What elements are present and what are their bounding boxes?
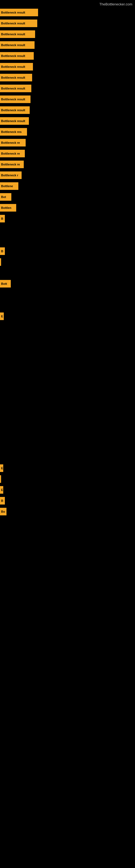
bar-row: Bottleneck result: [0, 18, 135, 29]
bar-label: B: [1, 499, 3, 502]
bottleneck-bar[interactable]: E: [0, 464, 3, 472]
bottleneck-bar[interactable]: Bottleneck result: [0, 74, 32, 82]
bar-row: Bottleneck r: [0, 170, 135, 180]
bar-row: Bot: [0, 192, 135, 202]
bottleneck-bar[interactable]: Bottleneck result: [0, 63, 33, 70]
bar-row: [0, 344, 135, 354]
bar-row: Bottleneck result: [0, 72, 135, 83]
bar-label: Bottlen: [1, 206, 11, 209]
bottleneck-bar[interactable]: Bottleneck r: [0, 172, 21, 179]
bar-label: Bot: [1, 195, 6, 198]
bar-row: [0, 420, 135, 430]
bar-row: Bottleneck result: [0, 105, 135, 115]
bar-row: Bottlene: [0, 181, 135, 191]
bar-label: Bottleneck result: [1, 11, 25, 14]
bar-row: [0, 257, 135, 267]
bar-row: [0, 333, 135, 343]
bottleneck-bar[interactable]: Bottleneck result: [0, 30, 35, 38]
bar-row: [0, 289, 135, 300]
bottleneck-bar[interactable]: Bot: [0, 193, 11, 201]
bar-label: Bottleneck re: [1, 152, 20, 155]
site-title: TheBottlenecker.com: [99, 2, 132, 6]
bar-row: [0, 474, 135, 484]
bottleneck-bar[interactable]: B: [0, 247, 5, 255]
bottleneck-bar[interactable]: Bott: [0, 280, 11, 287]
bottleneck-bar[interactable]: Bo: [0, 508, 6, 516]
bar-row: E: [0, 463, 135, 473]
bar-label: E: [1, 467, 3, 470]
bar-label: B: [1, 250, 3, 253]
bar-row: Bottleneck re: [0, 159, 135, 169]
bar-row: [0, 322, 135, 332]
bar-row: Bottlen: [0, 203, 135, 213]
bar-label: Bottleneck result: [1, 76, 25, 79]
bottleneck-bar[interactable]: Bottleneck result: [0, 52, 34, 60]
bar-label: E: [1, 488, 3, 492]
bar-row: B: [0, 496, 135, 506]
bar-row: [0, 452, 135, 463]
bottleneck-bar[interactable]: Bottleneck result: [0, 20, 37, 27]
bar-label: Bottleneck r: [1, 174, 18, 177]
bottleneck-bar[interactable]: E: [0, 312, 4, 320]
site-header: TheBottlenecker.com: [0, 0, 135, 7]
bar-row: [0, 300, 135, 311]
bar-row: Bott: [0, 279, 135, 289]
bar-label: E: [1, 315, 3, 318]
bar-row: Bottleneck result: [0, 62, 135, 72]
bar-label: Bottleneck res: [1, 130, 21, 133]
bar-label: Bottleneck result: [1, 22, 25, 25]
bar-row: Bottleneck result: [0, 40, 135, 50]
bar-row: Bottleneck result: [0, 29, 135, 39]
bar-row: [0, 268, 135, 278]
bottleneck-bar[interactable]: [0, 475, 1, 483]
bar-row: [0, 398, 135, 408]
bar-label: Bottleneck result: [1, 119, 25, 123]
bars-container: Bottleneck resultBottleneck resultBottle…: [0, 7, 135, 517]
bottleneck-bar[interactable]: B: [0, 215, 5, 222]
bar-row: [0, 431, 135, 441]
bottleneck-bar[interactable]: Bottleneck result: [0, 117, 29, 125]
bar-row: [0, 235, 135, 246]
bar-label: Bottleneck result: [1, 98, 25, 101]
bar-row: Bottleneck result: [0, 116, 135, 126]
bar-row: Bottleneck result: [0, 7, 135, 18]
bottleneck-bar[interactable]: Bottlen: [0, 204, 16, 212]
bar-row: Bottleneck re: [0, 148, 135, 159]
bar-row: [0, 409, 135, 419]
bottleneck-bar[interactable]: Bottleneck result: [0, 95, 31, 103]
bar-row: [0, 224, 135, 235]
bottleneck-bar[interactable]: Bottleneck re: [0, 150, 25, 157]
bar-label: Bottlene: [1, 184, 13, 188]
bar-row: [0, 354, 135, 365]
bottleneck-bar[interactable]: Bottleneck res: [0, 128, 27, 135]
bottleneck-bar[interactable]: Bottleneck result: [0, 85, 31, 92]
bottleneck-bar[interactable]: Bottleneck re: [0, 161, 24, 168]
bottleneck-bar[interactable]: Bottleneck re: [0, 139, 26, 147]
bar-row: Bottleneck result: [0, 83, 135, 94]
bottleneck-bar[interactable]: Bottlene: [0, 182, 18, 190]
bar-label: B: [1, 217, 3, 220]
bar-label: Bottleneck result: [1, 33, 25, 36]
bar-label: Bottleneck re: [1, 141, 20, 144]
bar-label: Bottleneck result: [1, 108, 25, 112]
bar-label: Bottleneck result: [1, 65, 25, 68]
bar-row: Bottleneck result: [0, 94, 135, 104]
bar-row: [0, 376, 135, 386]
bottleneck-bar[interactable]: Bottleneck result: [0, 41, 35, 49]
bottleneck-bar[interactable]: [0, 258, 1, 266]
bar-row: Bottleneck result: [0, 51, 135, 61]
bar-row: Bo: [0, 506, 135, 517]
bottleneck-bar[interactable]: B: [0, 497, 5, 504]
bottleneck-bar[interactable]: Bottleneck result: [0, 9, 38, 16]
bar-label: Bottleneck result: [1, 54, 25, 58]
bar-row: [0, 365, 135, 376]
bar-label: Bott: [1, 282, 7, 285]
bar-row: E: [0, 311, 135, 321]
bar-row: Bottleneck re: [0, 137, 135, 148]
bar-label: Bottleneck result: [1, 87, 25, 90]
bar-row: B: [0, 246, 135, 256]
bar-row: [0, 387, 135, 397]
bottleneck-bar[interactable]: Bottleneck result: [0, 106, 30, 114]
bottleneck-bar[interactable]: E: [0, 486, 3, 494]
bar-row: [0, 441, 135, 452]
